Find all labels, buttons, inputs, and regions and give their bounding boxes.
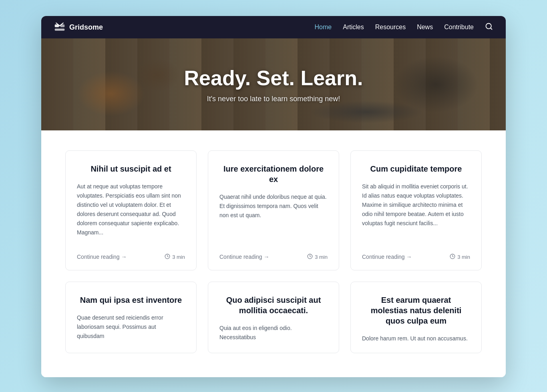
svg-line-4 [491, 28, 492, 29]
card-6-title: Est earum quaerat molestias natus deleni… [362, 295, 470, 326]
card-2-time-label: 3 min [315, 254, 328, 260]
card-2-title: Iure exercitationem dolore ex [219, 164, 328, 184]
card-2-continue-reading[interactable]: Continue reading → [219, 254, 269, 260]
brand-name: Gridsome [69, 23, 103, 32]
card-6: Est earum quaerat molestias natus deleni… [350, 282, 482, 353]
card-3-title: Cum cupiditate tempore [362, 164, 470, 174]
card-1-continue-reading[interactable]: Continue reading → [77, 254, 127, 260]
card-2-read-time: 3 min [307, 254, 328, 260]
nav-links: Home Articles Resources News Contribute [315, 22, 493, 32]
card-2-excerpt: Quaerat nihil unde doloribus neque at qu… [219, 192, 328, 238]
card-4: Nam qui ipsa est inventore Quae deserunt… [65, 282, 197, 353]
card-4-excerpt: Quae deserunt sed reiciendis error labor… [77, 313, 185, 341]
card-1: Nihil ut suscipit ad et Aut at neque aut… [65, 150, 197, 270]
nav-link-news[interactable]: News [417, 24, 433, 31]
nav-link-home[interactable]: Home [315, 24, 332, 31]
card-2-footer: Continue reading → 3 min [219, 247, 328, 260]
nav-link-resources[interactable]: Resources [375, 24, 406, 31]
navbar: Gridsome Home Articles Resources News Co… [41, 16, 506, 38]
browser-window: Gridsome Home Articles Resources News Co… [41, 16, 506, 377]
card-1-read-time: 3 min [165, 254, 185, 260]
card-1-title: Nihil ut suscipit ad et [77, 164, 185, 174]
nav-link-contribute[interactable]: Contribute [444, 24, 474, 31]
hero-subtitle: It's never too late to learn something n… [184, 95, 363, 103]
clock-icon-3 [450, 254, 455, 260]
card-3: Cum cupiditate tempore Sit ab aliquid in… [350, 150, 482, 270]
hero-section: Ready. Set. Learn. It's never too late t… [41, 38, 506, 130]
card-1-excerpt: Aut at neque aut voluptas tempore volupt… [77, 182, 185, 238]
hero-content: Ready. Set. Learn. It's never too late t… [184, 66, 363, 103]
hero-title: Ready. Set. Learn. [184, 66, 363, 90]
card-3-footer: Continue reading → 3 min [362, 247, 470, 260]
svg-rect-2 [55, 29, 65, 31]
cards-grid-second: Nam qui ipsa est inventore Quae deserunt… [65, 282, 482, 353]
clock-icon-1 [165, 254, 170, 260]
card-2: Iure exercitationem dolore ex Quaerat ni… [208, 150, 339, 270]
cards-grid-first: Nihil ut suscipit ad et Aut at neque aut… [65, 150, 482, 270]
card-3-read-time: 3 min [450, 254, 470, 260]
card-5: Quo adipisci suscipit aut mollitia occae… [208, 282, 339, 353]
search-icon[interactable] [485, 22, 493, 32]
clock-icon-2 [307, 254, 313, 260]
card-3-continue-reading[interactable]: Continue reading → [362, 254, 412, 260]
card-1-footer: Continue reading → 3 min [77, 247, 185, 260]
card-3-excerpt: Sit ab aliquid in mollitia eveniet corpo… [362, 182, 470, 238]
nav-link-articles[interactable]: Articles [343, 24, 364, 31]
gridsome-logo-icon [54, 22, 65, 33]
card-1-time-label: 3 min [172, 254, 185, 260]
card-3-time-label: 3 min [457, 254, 470, 260]
card-5-title: Quo adipisci suscipit aut mollitia occae… [219, 295, 328, 316]
card-5-excerpt: Quia aut eos in eligendi odio. Necessita… [219, 324, 328, 342]
nav-brand[interactable]: Gridsome [54, 22, 103, 33]
card-4-title: Nam qui ipsa est inventore [77, 295, 185, 305]
main-content: Nihil ut suscipit ad et Aut at neque aut… [41, 130, 506, 377]
card-6-excerpt: Dolore harum rem. Ut aut non accusamus. [362, 334, 470, 343]
